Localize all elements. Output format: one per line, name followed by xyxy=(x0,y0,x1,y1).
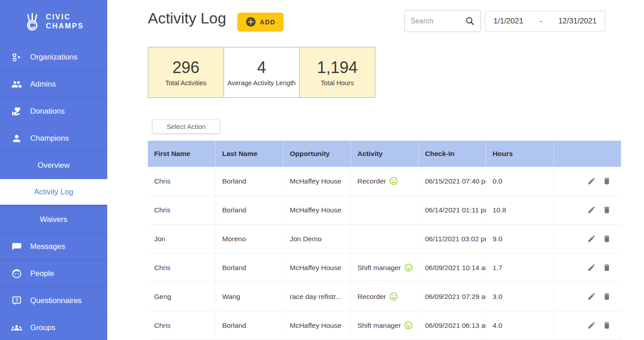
hours-cell: 0.0 xyxy=(486,167,553,195)
check-in-cell: 06/11/2021 03:02 pm xyxy=(418,225,486,253)
row-actions-cell xyxy=(553,167,621,195)
activity-label: Recorder xyxy=(357,177,386,185)
people-face-icon xyxy=(11,268,23,279)
smiley-mood-icon xyxy=(389,176,398,186)
pencil-edit-icon xyxy=(587,206,596,214)
search-icon[interactable] xyxy=(465,16,475,26)
last-name-cell: Wang xyxy=(215,282,283,311)
table-row: Chris Borland McHaffey House Shift manag… xyxy=(148,253,621,282)
hours-cell: 10.8 xyxy=(486,196,553,224)
delete-button[interactable] xyxy=(603,177,611,185)
check-in-cell: 06/15/2021 07:40 pm xyxy=(418,167,486,195)
edit-button[interactable] xyxy=(587,206,596,214)
select-action-dropdown[interactable]: Select Action xyxy=(152,119,220,133)
first-name-cell: Chris xyxy=(148,167,215,195)
delete-button[interactable] xyxy=(603,292,611,301)
last-name-cell: Borland xyxy=(215,196,283,224)
sidebar-item-admins[interactable]: Admins xyxy=(0,70,107,97)
svg-text:?: ? xyxy=(15,297,18,303)
first-name-cell: Geng xyxy=(148,282,215,311)
row-actions-cell xyxy=(553,253,621,282)
trash-delete-icon xyxy=(603,321,611,330)
search-input[interactable] xyxy=(405,17,465,25)
edit-button[interactable] xyxy=(587,234,596,243)
delete-button[interactable] xyxy=(603,321,611,330)
col-header-hours[interactable]: Hours xyxy=(486,141,553,167)
last-name-cell: Borland xyxy=(215,167,283,195)
sidebar-item-groups[interactable]: Groups xyxy=(0,314,107,340)
table-row: Chris Borland McHaffey House 06/14/2021 … xyxy=(148,196,621,225)
date-range-start[interactable]: 1/1/2021 xyxy=(493,17,523,26)
sidebar: CIVIC CHAMPS Organizations Admins xyxy=(0,0,107,340)
add-button[interactable]: ADD xyxy=(238,13,283,31)
activity-table: First Name Last Name Opportunity Activit… xyxy=(148,141,621,340)
col-header-check-in[interactable]: Check-In xyxy=(418,141,486,167)
sidebar-item-champions[interactable]: Champions xyxy=(0,124,107,152)
groups-icon xyxy=(11,322,23,333)
stat-card-total-hours: 1,194 Total Hours xyxy=(299,47,375,98)
date-range-separator: - xyxy=(539,17,542,26)
sidebar-item-activity-log[interactable]: Activity Log xyxy=(0,179,107,206)
table-header-row: First Name Last Name Opportunity Activit… xyxy=(148,141,621,167)
smiley-mood-icon xyxy=(389,292,398,301)
champions-icon xyxy=(11,133,23,144)
pencil-edit-icon xyxy=(587,321,596,330)
col-header-opportunity[interactable]: Opportunity xyxy=(283,141,351,167)
hours-cell: 3.0 xyxy=(486,282,553,311)
trash-delete-icon xyxy=(603,206,611,214)
delete-button[interactable] xyxy=(603,206,611,214)
activity-cell: Recorder xyxy=(351,167,418,195)
sidebar-item-organizations[interactable]: Organizations xyxy=(0,43,107,70)
opportunity-cell: McHaffey House xyxy=(283,167,351,195)
trash-delete-icon xyxy=(603,177,611,185)
table-row: Jon Moreno Jon Demo 06/11/2021 03:02 pm … xyxy=(148,225,621,253)
organizations-icon xyxy=(11,52,23,63)
activity-cell: Shift manager xyxy=(351,253,418,282)
sidebar-item-donations[interactable]: Donations xyxy=(0,97,107,124)
col-header-first-name[interactable]: First Name xyxy=(148,141,215,167)
row-actions-cell xyxy=(553,282,621,311)
stat-card-total-activities: 296 Total Activities xyxy=(148,47,224,98)
questionnaires-icon: ? xyxy=(11,295,23,306)
sidebar-item-overview[interactable]: Overview xyxy=(0,152,107,179)
edit-button[interactable] xyxy=(587,321,596,330)
col-header-last-name[interactable]: Last Name xyxy=(215,141,283,167)
stats-cards: 296 Total Activities 4 Average Activity … xyxy=(148,47,375,98)
trash-delete-icon xyxy=(603,263,611,272)
date-range-picker[interactable]: 1/1/2021 - 12/31/2021 xyxy=(485,11,605,32)
last-name-cell: Borland xyxy=(215,253,283,282)
delete-button[interactable] xyxy=(603,263,611,272)
table-row: Chris Borland McHaffey House Recorder 06… xyxy=(148,167,621,196)
opportunity-cell: Jon Demo xyxy=(283,225,351,253)
date-range-end[interactable]: 12/31/2021 xyxy=(558,17,597,26)
check-in-cell: 06/09/2021 10:14 am xyxy=(418,253,486,282)
table-row: Geng Wang race day refistr... Recorder 0… xyxy=(148,282,621,311)
civic-champs-logo: CIVIC CHAMPS xyxy=(0,0,107,43)
hours-cell: 9.0 xyxy=(486,225,553,253)
row-actions-cell xyxy=(553,196,621,224)
edit-button[interactable] xyxy=(587,292,596,301)
sidebar-item-people[interactable]: People xyxy=(0,260,107,287)
pencil-edit-icon xyxy=(587,263,596,272)
delete-button[interactable] xyxy=(603,234,611,243)
edit-button[interactable] xyxy=(587,177,596,185)
pencil-edit-icon xyxy=(587,177,596,185)
check-in-cell: 06/14/2021 01:11 pm xyxy=(418,196,486,224)
trash-delete-icon xyxy=(603,234,611,243)
sidebar-item-messages[interactable]: Messages xyxy=(0,233,107,260)
opportunity-cell: McHaffey House xyxy=(283,196,351,224)
smiley-mood-icon xyxy=(404,263,413,272)
activity-label: Recorder xyxy=(357,293,386,301)
main-content: Activity Log ADD 1/1/2021 - 12/31/2021 2… xyxy=(107,0,644,340)
sidebar-item-waivers[interactable]: Waivers xyxy=(0,206,107,233)
col-header-activity[interactable]: Activity xyxy=(351,141,418,167)
admins-icon xyxy=(11,79,23,90)
pencil-edit-icon xyxy=(587,292,596,301)
edit-button[interactable] xyxy=(587,263,596,272)
opportunity-cell: McHaffey House xyxy=(283,311,351,340)
messages-icon xyxy=(11,241,23,252)
opportunity-cell: race day refistr... xyxy=(283,282,351,311)
activity-label: Shift manager xyxy=(357,322,401,330)
sidebar-item-questionnaires[interactable]: ? Questionnaires xyxy=(0,287,107,314)
first-name-cell: Chris xyxy=(148,196,215,224)
